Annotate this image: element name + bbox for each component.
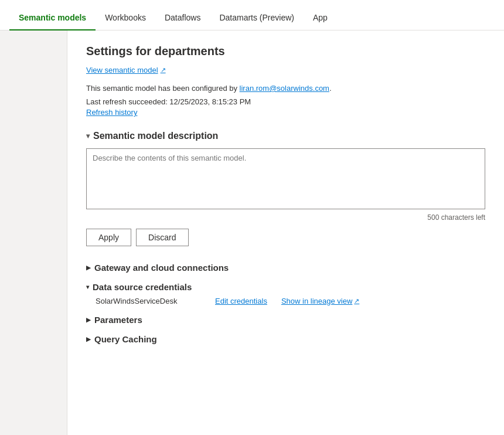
gateway-chevron-icon: ▶: [86, 265, 91, 271]
parameters-section-title: Parameters: [94, 315, 142, 325]
credentials-source-name: SolarWindsServiceDesk: [96, 297, 201, 305]
query-caching-section-title: Query Caching: [94, 334, 157, 344]
tab-app[interactable]: App: [304, 6, 337, 30]
query-caching-section: ▶ Query Caching: [86, 334, 485, 344]
description-chevron-icon: ▾: [86, 132, 90, 140]
edit-credentials-link[interactable]: Edit credentials: [215, 297, 267, 305]
credentials-section: ▾ Data source credentials SolarWindsServ…: [86, 282, 485, 305]
sidebar: [0, 30, 67, 435]
gateway-section: ▶ Gateway and cloud connections: [86, 263, 485, 273]
refresh-history-link[interactable]: Refresh history: [86, 108, 137, 117]
query-caching-chevron-icon: ▶: [86, 337, 91, 342]
parameters-section: ▶ Parameters: [86, 315, 485, 325]
configured-by-prefix: This semantic model has been configured …: [86, 84, 240, 93]
apply-button[interactable]: Apply: [86, 229, 131, 246]
credentials-section-header[interactable]: ▾ Data source credentials: [86, 282, 485, 292]
parameters-section-header[interactable]: ▶ Parameters: [86, 315, 485, 325]
parameters-chevron-icon: ▶: [86, 317, 91, 323]
top-navigation: Semantic models Workbooks Dataflows Data…: [0, 0, 504, 30]
description-section: ▾ Semantic model description 500 charact…: [86, 131, 485, 246]
view-semantic-model-link[interactable]: View semantic model ↗: [86, 66, 166, 74]
external-link-icon: ↗: [161, 66, 166, 74]
description-textarea[interactable]: [86, 148, 485, 209]
tab-semantic-models[interactable]: Semantic models: [9, 6, 96, 30]
gateway-section-header[interactable]: ▶ Gateway and cloud connections: [86, 263, 485, 273]
last-refresh-text: Last refresh succeeded: 12/25/2023, 8:15…: [86, 97, 485, 106]
credentials-section-title: Data source credentials: [93, 282, 192, 292]
show-lineage-link[interactable]: Show in lineage view ↗: [281, 297, 359, 305]
discard-button[interactable]: Discard: [136, 229, 188, 246]
credentials-chevron-icon: ▾: [86, 284, 89, 290]
credentials-row: SolarWindsServiceDesk Edit credentials S…: [86, 297, 485, 305]
tab-dataflows[interactable]: Dataflows: [155, 6, 210, 30]
configured-by-suffix: .: [329, 84, 332, 93]
description-section-title: Semantic model description: [93, 131, 218, 141]
configured-by-text: This semantic model has been configured …: [86, 84, 485, 93]
tab-workbooks[interactable]: Workbooks: [96, 6, 155, 30]
main-layout: Settings for departments View semantic m…: [0, 30, 504, 435]
description-button-row: Apply Discard: [86, 229, 485, 246]
content-area: Settings for departments View semantic m…: [67, 30, 504, 435]
view-model-label: View semantic model: [86, 66, 158, 74]
configured-by-email[interactable]: liran.rom@solarwinds.com: [240, 84, 329, 93]
page-title: Settings for departments: [86, 45, 485, 58]
show-lineage-label: Show in lineage view: [281, 297, 352, 305]
gateway-section-title: Gateway and cloud connections: [94, 263, 229, 273]
description-section-header[interactable]: ▾ Semantic model description: [86, 131, 485, 141]
char-count: 500 characters left: [86, 213, 485, 222]
lineage-external-icon: ↗: [354, 297, 359, 305]
tab-datamarts[interactable]: Datamarts (Preview): [210, 6, 304, 30]
query-caching-section-header[interactable]: ▶ Query Caching: [86, 334, 485, 344]
